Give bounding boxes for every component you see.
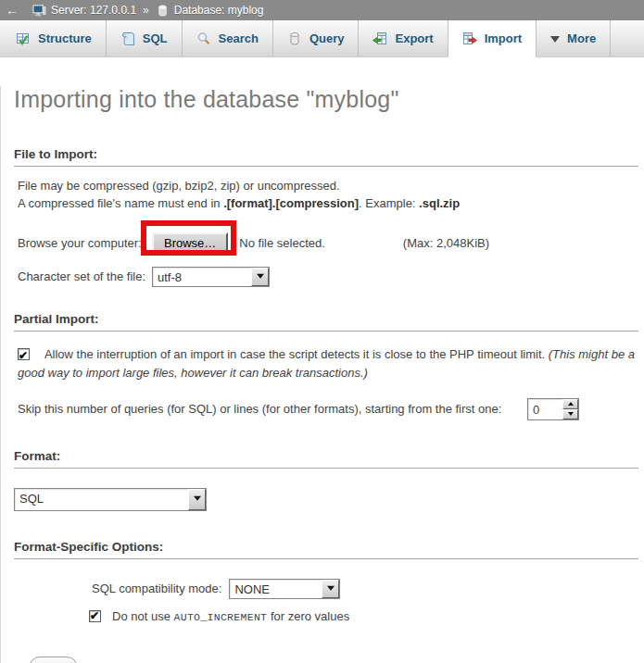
file-upload-row: Browse your computer: Browse… No file se…: [18, 232, 638, 255]
no-file-text: No file selected.: [239, 236, 325, 250]
partial-import-heading: Partial Import:: [14, 312, 638, 332]
breadcrumb: ← Server: 127.0.0.1 » Database: myblog: [0, 0, 644, 20]
auto-increment-checkbox[interactable]: [89, 610, 101, 622]
sql-compatibility-label: SQL compatibility mode:: [92, 582, 221, 595]
example-extension: .sql.zip: [419, 196, 460, 210]
format-row: SQL: [14, 488, 638, 511]
breadcrumb-database[interactable]: Database: myblog: [174, 4, 264, 17]
compression-line2: A compressed file's name must end in: [18, 196, 223, 210]
sql-icon: [120, 31, 135, 46]
breadcrumb-server[interactable]: Server: 127.0.0.1: [51, 4, 136, 17]
format-heading: Format:: [14, 449, 638, 469]
browse-button[interactable]: Browse…: [152, 232, 228, 255]
database-icon: [156, 4, 170, 18]
tab-label: Export: [395, 31, 433, 45]
auto-increment-text: Do not use AUTO_INCREMENT for zero value…: [112, 609, 349, 623]
page-title: Importing into the database "myblog": [14, 86, 638, 113]
tab-search[interactable]: Search: [183, 20, 273, 56]
query-icon: [287, 31, 302, 46]
spinner-up-icon[interactable]: [562, 399, 578, 409]
charset-select[interactable]: utf-8: [152, 267, 270, 287]
file-to-import-heading: File to Import:: [14, 147, 638, 167]
allow-interruption-checkbox[interactable]: [18, 348, 30, 360]
format-selected-value: SQL: [15, 489, 188, 510]
charset-selected-value: utf-8: [153, 268, 251, 286]
tab-import[interactable]: Import: [448, 20, 537, 57]
dropdown-arrow-icon[interactable]: [188, 489, 206, 510]
tab-label: Structure: [38, 31, 92, 45]
compression-line1: File may be compressed (gzip, bzip2, zip…: [18, 179, 340, 193]
charset-row: Character set of the file: utf-8: [18, 267, 638, 287]
tab-label: Import: [485, 31, 522, 45]
breadcrumb-separator: »: [143, 4, 149, 17]
format-specific-heading: Format-Specific Options:: [14, 540, 638, 559]
skip-queries-row: Skip this number of queries (for SQL) or…: [18, 398, 638, 420]
tab-export[interactable]: Export: [359, 20, 448, 56]
auto-increment-row: Do not use AUTO_INCREMENT for zero value…: [89, 609, 638, 623]
back-arrow-icon[interactable]: ←: [6, 3, 19, 18]
skip-queries-input[interactable]: 0: [527, 398, 579, 420]
allow-interruption-text: Allow the interruption of an import in c…: [44, 347, 549, 361]
tab-query[interactable]: Query: [273, 20, 360, 56]
phpmyadmin-window: ← Server: 127.0.0.1 » Database: myblog: [0, 0, 644, 663]
skip-queries-value: 0: [528, 399, 562, 419]
browse-label: Browse your computer:: [18, 236, 152, 250]
allow-interruption-option: Allow the interruption of an import in c…: [18, 345, 638, 382]
sql-compatibility-row: SQL compatibility mode: NONE: [92, 579, 638, 599]
sql-compatibility-select[interactable]: NONE: [229, 579, 340, 599]
chevron-down-icon: [550, 36, 560, 47]
dropdown-arrow-icon[interactable]: [322, 580, 339, 598]
format-select[interactable]: SQL: [14, 488, 207, 511]
server-icon: [32, 4, 46, 18]
auto-increment-code: AUTO_INCREMENT: [174, 611, 268, 623]
max-size-text: (Max: 2,048KiB): [403, 236, 489, 250]
format-pattern: .[format].[compression]: [223, 196, 359, 210]
skip-queries-label: Skip this number of queries (for SQL) or…: [18, 402, 501, 416]
tab-structure[interactable]: Structure: [2, 20, 107, 56]
tab-label: Search: [219, 31, 259, 45]
search-icon: [196, 31, 211, 46]
structure-icon: [16, 31, 31, 46]
import-page: Importing into the database "myblog" Fil…: [0, 86, 644, 663]
tab-sql[interactable]: SQL: [107, 20, 183, 56]
charset-label: Character set of the file:: [18, 269, 152, 283]
tab-label: SQL: [143, 31, 168, 45]
export-icon: [373, 31, 387, 46]
compression-info: File may be compressed (gzip, bzip2, zip…: [18, 178, 638, 213]
sql-compatibility-value: NONE: [230, 580, 322, 598]
tab-more[interactable]: More: [537, 20, 611, 56]
compression-line2-mid: . Example:: [359, 196, 419, 210]
go-button[interactable]: Go: [29, 657, 78, 663]
tab-bar: Structure SQL Search: [0, 20, 644, 57]
tab-label: More: [567, 31, 596, 45]
import-icon: [462, 31, 477, 46]
tab-label: Query: [309, 31, 345, 45]
spinner-down-icon[interactable]: [562, 409, 578, 419]
dropdown-arrow-icon[interactable]: [251, 268, 269, 286]
